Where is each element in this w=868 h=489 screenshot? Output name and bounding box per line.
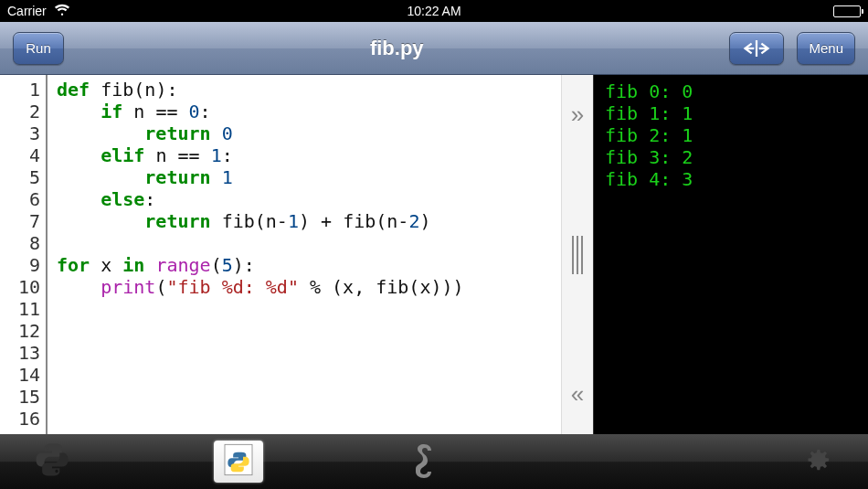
split-arrows-icon	[741, 38, 772, 58]
code-line[interactable]: else:	[57, 188, 561, 210]
line-number: 10	[0, 276, 40, 298]
line-number: 7	[0, 210, 40, 232]
battery-icon	[833, 5, 861, 17]
wifi-icon	[54, 4, 70, 19]
carrier-label: Carrier	[7, 4, 47, 18]
split-view-button[interactable]	[729, 32, 784, 65]
bottom-tabbar	[0, 434, 868, 489]
chevron-right-icon[interactable]: »	[571, 101, 584, 129]
code-line[interactable]	[57, 408, 561, 430]
code-area[interactable]: def fib(n): if n == 0: return 0 elif n =…	[48, 75, 561, 434]
line-number: 15	[0, 386, 40, 408]
line-number: 8	[0, 232, 40, 254]
drag-handle-icon[interactable]	[572, 236, 583, 274]
app-toolbar: Run fib.py Menu	[0, 22, 868, 75]
run-button[interactable]: Run	[13, 32, 64, 65]
code-line[interactable]	[57, 364, 561, 386]
code-line[interactable]	[57, 320, 561, 342]
line-number: 9	[0, 254, 40, 276]
tab-settings[interactable]	[791, 441, 841, 483]
code-line[interactable]	[57, 232, 561, 254]
gear-icon	[800, 444, 831, 479]
line-gutter: 12345678910111213141516	[0, 75, 48, 434]
output-console[interactable]: fib 0: 0 fib 1: 1 fib 2: 1 fib 3: 2 fib …	[594, 75, 868, 434]
python-logo-icon	[34, 441, 70, 482]
main-split: 12345678910111213141516 def fib(n): if n…	[0, 75, 868, 434]
line-number: 3	[0, 122, 40, 144]
line-number: 5	[0, 166, 40, 188]
clock-label: 10:22 AM	[190, 4, 678, 18]
line-number: 4	[0, 144, 40, 166]
file-title: fib.py	[75, 37, 718, 60]
line-number: 13	[0, 342, 40, 364]
line-number: 2	[0, 101, 40, 122]
menu-button[interactable]: Menu	[797, 32, 855, 65]
code-line[interactable]	[57, 298, 561, 320]
code-line[interactable]: elif n == 1:	[57, 144, 561, 166]
chevron-left-icon[interactable]: «	[571, 380, 584, 409]
code-line[interactable]: return fib(n-1) + fib(n-2)	[57, 210, 561, 232]
code-line[interactable]: print("fib %d: %d" % (x, fib(x)))	[57, 276, 561, 298]
snake-icon	[407, 441, 443, 482]
pane-divider[interactable]: » «	[561, 75, 594, 434]
code-line[interactable]: for x in range(5):	[57, 254, 561, 276]
line-number: 16	[0, 408, 40, 430]
line-number: 14	[0, 364, 40, 386]
ios-statusbar: Carrier 10:22 AM	[0, 0, 868, 22]
line-number: 1	[0, 79, 40, 101]
code-line[interactable]: return 1	[57, 166, 561, 188]
code-line[interactable]	[57, 386, 561, 408]
line-number: 6	[0, 188, 40, 210]
code-editor[interactable]: 12345678910111213141516 def fib(n): if n…	[0, 75, 561, 434]
line-number: 12	[0, 320, 40, 342]
code-line[interactable]: return 0	[57, 122, 561, 144]
python-file-icon	[220, 441, 257, 482]
line-number: 11	[0, 298, 40, 320]
tab-python[interactable]	[27, 441, 77, 483]
code-line[interactable]: def fib(n):	[57, 79, 561, 101]
code-line[interactable]	[57, 342, 561, 364]
tab-current-file[interactable]	[214, 441, 263, 483]
tab-repl[interactable]	[400, 441, 450, 483]
code-line[interactable]: if n == 0:	[57, 101, 561, 122]
